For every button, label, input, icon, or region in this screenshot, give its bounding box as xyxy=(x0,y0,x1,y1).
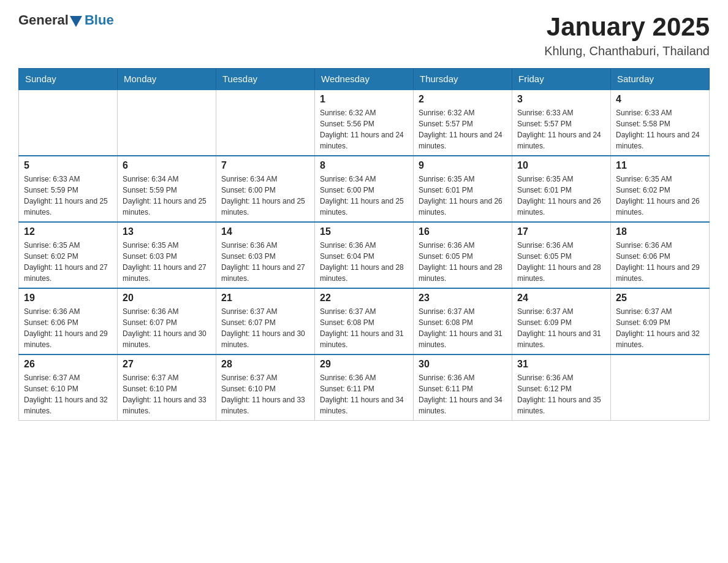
calendar-table: SundayMondayTuesdayWednesdayThursdayFrid… xyxy=(18,68,710,421)
day-info: Sunrise: 6:34 AMSunset: 6:00 PMDaylight:… xyxy=(320,174,408,218)
calendar-cell: 15Sunrise: 6:36 AMSunset: 6:04 PMDayligh… xyxy=(315,222,414,288)
calendar-cell: 12Sunrise: 6:35 AMSunset: 6:02 PMDayligh… xyxy=(19,222,118,288)
calendar-cell: 7Sunrise: 6:34 AMSunset: 6:00 PMDaylight… xyxy=(216,156,315,222)
day-of-week-header: Friday xyxy=(512,69,611,90)
day-number: 31 xyxy=(517,359,605,370)
logo-triangle-icon xyxy=(70,16,82,27)
calendar-cell: 5Sunrise: 6:33 AMSunset: 5:59 PMDaylight… xyxy=(19,156,118,222)
day-info: Sunrise: 6:36 AMSunset: 6:05 PMDaylight:… xyxy=(517,240,605,284)
day-number: 26 xyxy=(24,359,112,370)
day-info: Sunrise: 6:36 AMSunset: 6:06 PMDaylight:… xyxy=(24,306,112,350)
day-number: 6 xyxy=(123,160,211,171)
day-number: 16 xyxy=(419,226,507,237)
day-info: Sunrise: 6:36 AMSunset: 6:07 PMDaylight:… xyxy=(123,306,211,350)
day-number: 9 xyxy=(419,160,507,171)
day-info: Sunrise: 6:35 AMSunset: 6:01 PMDaylight:… xyxy=(419,174,507,218)
logo-general-text: General xyxy=(18,12,69,28)
calendar-cell: 28Sunrise: 6:37 AMSunset: 6:10 PMDayligh… xyxy=(216,354,315,421)
calendar-cell: 27Sunrise: 6:37 AMSunset: 6:10 PMDayligh… xyxy=(118,354,216,421)
calendar-cell: 18Sunrise: 6:36 AMSunset: 6:06 PMDayligh… xyxy=(611,222,710,288)
day-of-week-header: Tuesday xyxy=(216,69,315,90)
calendar-cell: 9Sunrise: 6:35 AMSunset: 6:01 PMDaylight… xyxy=(414,156,512,222)
calendar-cell xyxy=(118,90,216,156)
calendar-cell: 8Sunrise: 6:34 AMSunset: 6:00 PMDaylight… xyxy=(315,156,414,222)
calendar-cell: 2Sunrise: 6:32 AMSunset: 5:57 PMDaylight… xyxy=(414,90,512,156)
day-number: 25 xyxy=(616,293,704,304)
day-number: 8 xyxy=(320,160,408,171)
calendar-cell xyxy=(216,90,315,156)
day-number: 23 xyxy=(419,293,507,304)
day-number: 15 xyxy=(320,226,408,237)
day-info: Sunrise: 6:33 AMSunset: 5:58 PMDaylight:… xyxy=(616,107,704,151)
day-info: Sunrise: 6:37 AMSunset: 6:08 PMDaylight:… xyxy=(419,306,507,350)
day-of-week-header: Thursday xyxy=(414,69,512,90)
day-number: 1 xyxy=(320,94,408,105)
day-info: Sunrise: 6:32 AMSunset: 5:57 PMDaylight:… xyxy=(419,107,507,151)
day-number: 19 xyxy=(24,293,112,304)
day-number: 24 xyxy=(517,293,605,304)
calendar-week-row: 26Sunrise: 6:37 AMSunset: 6:10 PMDayligh… xyxy=(19,354,710,421)
calendar-cell: 3Sunrise: 6:33 AMSunset: 5:57 PMDaylight… xyxy=(512,90,611,156)
calendar-header-row: SundayMondayTuesdayWednesdayThursdayFrid… xyxy=(19,69,710,90)
calendar-cell: 31Sunrise: 6:36 AMSunset: 6:12 PMDayligh… xyxy=(512,354,611,421)
calendar-cell xyxy=(19,90,118,156)
calendar-cell: 17Sunrise: 6:36 AMSunset: 6:05 PMDayligh… xyxy=(512,222,611,288)
calendar-cell: 4Sunrise: 6:33 AMSunset: 5:58 PMDaylight… xyxy=(611,90,710,156)
calendar-cell: 22Sunrise: 6:37 AMSunset: 6:08 PMDayligh… xyxy=(315,288,414,354)
day-info: Sunrise: 6:36 AMSunset: 6:11 PMDaylight:… xyxy=(419,372,507,416)
day-number: 21 xyxy=(221,293,309,304)
day-number: 27 xyxy=(123,359,211,370)
calendar-cell: 13Sunrise: 6:35 AMSunset: 6:03 PMDayligh… xyxy=(118,222,216,288)
day-number: 5 xyxy=(24,160,112,171)
calendar-cell: 11Sunrise: 6:35 AMSunset: 6:02 PMDayligh… xyxy=(611,156,710,222)
day-number: 17 xyxy=(517,226,605,237)
day-number: 22 xyxy=(320,293,408,304)
calendar-cell: 29Sunrise: 6:36 AMSunset: 6:11 PMDayligh… xyxy=(315,354,414,421)
day-number: 30 xyxy=(419,359,507,370)
day-info: Sunrise: 6:35 AMSunset: 6:01 PMDaylight:… xyxy=(517,174,605,218)
day-info: Sunrise: 6:35 AMSunset: 6:03 PMDaylight:… xyxy=(123,240,211,284)
calendar-cell: 25Sunrise: 6:37 AMSunset: 6:09 PMDayligh… xyxy=(611,288,710,354)
day-info: Sunrise: 6:32 AMSunset: 5:56 PMDaylight:… xyxy=(320,107,408,151)
day-number: 20 xyxy=(123,293,211,304)
day-number: 13 xyxy=(123,226,211,237)
calendar-cell: 16Sunrise: 6:36 AMSunset: 6:05 PMDayligh… xyxy=(414,222,512,288)
day-info: Sunrise: 6:33 AMSunset: 5:57 PMDaylight:… xyxy=(517,107,605,151)
day-info: Sunrise: 6:37 AMSunset: 6:09 PMDaylight:… xyxy=(517,306,605,350)
day-info: Sunrise: 6:37 AMSunset: 6:07 PMDaylight:… xyxy=(221,306,309,350)
day-info: Sunrise: 6:37 AMSunset: 6:08 PMDaylight:… xyxy=(320,306,408,350)
day-info: Sunrise: 6:34 AMSunset: 5:59 PMDaylight:… xyxy=(123,174,211,218)
day-info: Sunrise: 6:37 AMSunset: 6:09 PMDaylight:… xyxy=(616,306,704,350)
day-of-week-header: Saturday xyxy=(611,69,710,90)
month-title: January 2025 xyxy=(544,12,710,42)
day-of-week-header: Monday xyxy=(118,69,216,90)
calendar-cell: 20Sunrise: 6:36 AMSunset: 6:07 PMDayligh… xyxy=(118,288,216,354)
calendar-week-row: 5Sunrise: 6:33 AMSunset: 5:59 PMDaylight… xyxy=(19,156,710,222)
day-number: 7 xyxy=(221,160,309,171)
day-number: 4 xyxy=(616,94,704,105)
day-info: Sunrise: 6:36 AMSunset: 6:04 PMDaylight:… xyxy=(320,240,408,284)
title-section: January 2025 Khlung, Chanthaburi, Thaila… xyxy=(544,12,710,58)
day-number: 2 xyxy=(419,94,507,105)
calendar-cell: 19Sunrise: 6:36 AMSunset: 6:06 PMDayligh… xyxy=(19,288,118,354)
day-number: 29 xyxy=(320,359,408,370)
day-number: 18 xyxy=(616,226,704,237)
calendar-cell: 14Sunrise: 6:36 AMSunset: 6:03 PMDayligh… xyxy=(216,222,315,288)
day-info: Sunrise: 6:33 AMSunset: 5:59 PMDaylight:… xyxy=(24,174,112,218)
calendar-cell: 24Sunrise: 6:37 AMSunset: 6:09 PMDayligh… xyxy=(512,288,611,354)
day-number: 12 xyxy=(24,226,112,237)
day-info: Sunrise: 6:36 AMSunset: 6:11 PMDaylight:… xyxy=(320,372,408,416)
day-info: Sunrise: 6:37 AMSunset: 6:10 PMDaylight:… xyxy=(24,372,112,416)
calendar-cell: 10Sunrise: 6:35 AMSunset: 6:01 PMDayligh… xyxy=(512,156,611,222)
calendar-cell: 30Sunrise: 6:36 AMSunset: 6:11 PMDayligh… xyxy=(414,354,512,421)
day-of-week-header: Sunday xyxy=(19,69,118,90)
logo-blue-text: Blue xyxy=(85,12,114,28)
day-number: 10 xyxy=(517,160,605,171)
calendar-cell: 1Sunrise: 6:32 AMSunset: 5:56 PMDaylight… xyxy=(315,90,414,156)
day-info: Sunrise: 6:36 AMSunset: 6:06 PMDaylight:… xyxy=(616,240,704,284)
calendar-week-row: 19Sunrise: 6:36 AMSunset: 6:06 PMDayligh… xyxy=(19,288,710,354)
day-info: Sunrise: 6:35 AMSunset: 6:02 PMDaylight:… xyxy=(24,240,112,284)
logo: General Blue xyxy=(18,12,114,28)
day-info: Sunrise: 6:35 AMSunset: 6:02 PMDaylight:… xyxy=(616,174,704,218)
calendar-cell: 6Sunrise: 6:34 AMSunset: 5:59 PMDaylight… xyxy=(118,156,216,222)
